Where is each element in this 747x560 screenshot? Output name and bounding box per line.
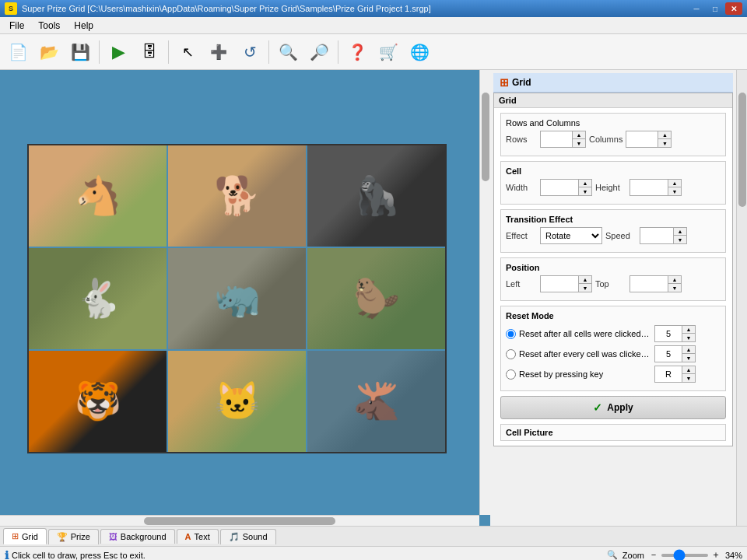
top-spinbox[interactable]: 180 ▲ ▼ (630, 275, 682, 292)
rows-spinbox[interactable]: 3 ▲ ▼ (540, 131, 586, 148)
reset-2-input[interactable] (655, 346, 682, 362)
position-box: Position Left 480 ▲ ▼ Top (500, 257, 726, 301)
tab-grid[interactable]: ⊞ Grid (3, 528, 47, 544)
height-down-button[interactable]: ▼ (668, 187, 681, 195)
speed-up-button[interactable]: ▲ (674, 228, 686, 236)
grid-cell-rhino[interactable]: 🦏 (168, 248, 306, 349)
width-spinbox[interactable]: 320 ▲ ▼ (540, 179, 592, 196)
zoom-slider[interactable] (661, 554, 708, 557)
prize-tab-icon: 🏆 (57, 532, 68, 542)
cols-up-button[interactable]: ▲ (658, 131, 671, 139)
reset-2-up[interactable]: ▲ (682, 346, 695, 354)
rows-input[interactable]: 3 (541, 131, 572, 147)
close-button[interactable]: ✕ (725, 2, 742, 15)
canvas-area[interactable]: 🐴 🐕 🦍 🐇 🦏 🦫 🐯 🐱 (0, 70, 490, 526)
menu-help[interactable]: Help (68, 19, 100, 33)
width-input[interactable]: 320 (541, 180, 578, 195)
grid-cell-moose[interactable]: 🫎 (307, 351, 445, 452)
run-button[interactable]: ▶ (103, 37, 133, 67)
status-message: Click cell to draw, press Esc to exit. (12, 551, 146, 560)
moose-icon: 🫎 (353, 380, 400, 423)
add-button[interactable]: ➕ (204, 37, 233, 67)
speed-spinbox[interactable]: 0.3 ▲ ▼ (640, 227, 687, 244)
help-button[interactable]: ❓ (342, 37, 372, 67)
reset-option-3-row: Reset by pressing key ▲ ▼ (506, 366, 721, 383)
grid-cell-beaver[interactable]: 🦫 (307, 248, 445, 349)
height-input[interactable]: 240 (630, 180, 668, 195)
scrollbar-v-thumb[interactable] (482, 93, 489, 181)
prize-tab-label: Prize (71, 532, 90, 541)
left-down-button[interactable]: ▼ (579, 284, 591, 292)
left-input[interactable]: 480 (541, 276, 578, 292)
reset-3-up[interactable]: ▲ (682, 366, 695, 374)
left-up-button[interactable]: ▲ (579, 276, 591, 284)
height-spinbox[interactable]: 240 ▲ ▼ (630, 179, 682, 196)
reset-3-down[interactable]: ▼ (682, 374, 695, 382)
reset-2-down[interactable]: ▼ (682, 354, 695, 362)
info-icon: ℹ (5, 549, 9, 561)
maximize-button[interactable]: □ (707, 2, 724, 15)
height-up-button[interactable]: ▲ (668, 180, 681, 187)
menu-file[interactable]: File (3, 19, 30, 33)
grid-cell-horse[interactable]: 🐴 (29, 145, 167, 247)
grid-cell-cat[interactable]: 🐱 (168, 351, 306, 452)
save-button[interactable]: 💾 (65, 37, 95, 67)
reset-3-spinbox[interactable]: ▲ ▼ (654, 366, 696, 383)
reset-radio-2[interactable] (506, 349, 516, 359)
globe-button[interactable]: 🌐 (405, 37, 434, 67)
reset-radio-1[interactable] (506, 329, 516, 339)
scrollbar-h-thumb[interactable] (144, 517, 335, 525)
top-down-button[interactable]: ▼ (668, 284, 681, 292)
grid-cell-dog[interactable]: 🐕 (168, 145, 306, 247)
reset-1-input[interactable] (655, 326, 682, 341)
canvas-scrollbar-vertical[interactable] (479, 70, 490, 515)
apply-button[interactable]: ✓ Apply (500, 396, 726, 419)
top-input[interactable]: 180 (630, 276, 668, 292)
reset-2-spinbox[interactable]: ▲ ▼ (654, 345, 696, 362)
grid-cell-gorilla[interactable]: 🦍 (307, 145, 445, 247)
panel-scrollbar-thumb[interactable] (738, 93, 746, 207)
zoom-in-button[interactable]: 🔎 (304, 37, 334, 67)
minimize-button[interactable]: ─ (688, 2, 705, 15)
reset-radio-3[interactable] (506, 369, 516, 380)
canvas-scrollbar-horizontal[interactable] (0, 515, 479, 526)
width-label: Width (506, 183, 537, 192)
rows-row: Rows 3 ▲ ▼ Columns 3 (506, 131, 721, 148)
grid-cell-tiger[interactable]: 🐯 (29, 351, 167, 452)
reset-3-input[interactable] (655, 366, 682, 382)
menu-tools[interactable]: Tools (32, 19, 66, 33)
reset-1-up[interactable]: ▲ (682, 326, 695, 334)
tab-sound[interactable]: 🎵 Sound (220, 529, 276, 544)
width-up-button[interactable]: ▲ (579, 180, 591, 187)
reset-1-down[interactable]: ▼ (682, 334, 695, 341)
reset-1-spinbox[interactable]: ▲ ▼ (654, 325, 696, 342)
effect-select[interactable]: Rotate Fade Slide Zoom Flip (540, 227, 602, 244)
zoom-fit-button[interactable]: 🔍 (273, 37, 303, 67)
width-spin-buttons: ▲ ▼ (578, 180, 591, 195)
database-button[interactable]: 🗄 (135, 37, 164, 67)
left-spinbox[interactable]: 480 ▲ ▼ (540, 275, 592, 292)
undo-button[interactable]: ↺ (235, 37, 265, 67)
tab-prize[interactable]: 🏆 Prize (48, 529, 99, 544)
top-up-button[interactable]: ▲ (668, 276, 681, 284)
zoom-icon: 🔍 (607, 550, 618, 560)
tab-background[interactable]: 🖼 Background (100, 529, 175, 544)
speed-input[interactable]: 0.3 (640, 228, 673, 243)
zoom-out-button[interactable]: － (649, 548, 658, 560)
rows-down-button[interactable]: ▼ (573, 139, 585, 147)
open-button[interactable]: 📂 (34, 37, 64, 67)
cols-spinbox[interactable]: 3 ▲ ▼ (626, 131, 672, 148)
cart-button[interactable]: 🛒 (374, 37, 403, 67)
grid-cell-rabbit[interactable]: 🐇 (29, 248, 167, 349)
rows-up-button[interactable]: ▲ (573, 131, 585, 139)
tab-text[interactable]: A Text (177, 529, 219, 544)
panel-scrollbar[interactable] (736, 70, 747, 526)
speed-down-button[interactable]: ▼ (674, 236, 686, 243)
width-down-button[interactable]: ▼ (579, 187, 591, 195)
select-button[interactable]: ↖ (173, 37, 202, 67)
cols-down-button[interactable]: ▼ (658, 139, 671, 147)
cols-input[interactable]: 3 (626, 131, 658, 147)
zoom-plus-button[interactable]: ＋ (711, 548, 721, 560)
titlebar-left: S Super Prize Grid [C:\Users\mashixin\Ap… (5, 2, 431, 15)
new-button[interactable]: 📄 (3, 37, 33, 67)
